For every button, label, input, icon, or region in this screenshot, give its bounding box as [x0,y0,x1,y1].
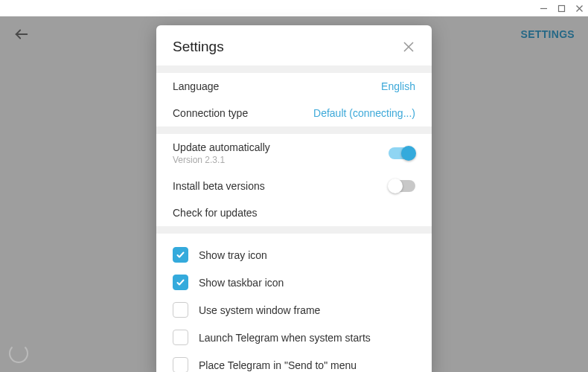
modal-title: Settings [173,39,224,55]
close-icon[interactable] [402,40,415,54]
svg-rect-1 [558,5,564,11]
taskbar-icon-row[interactable]: Show taskbar icon [156,269,432,296]
window-close-icon[interactable] [573,2,585,14]
taskbar-icon-label: Show taskbar icon [199,277,284,289]
window-frame-row[interactable]: Use system window frame [156,296,432,324]
tray-icon-checkbox[interactable] [173,247,188,263]
update-auto-row[interactable]: Update automatically Version 2.3.1 [156,134,432,173]
connection-value: Default (connecting...) [313,107,415,119]
sendto-label: Place Telegram in "Send to" menu [199,359,357,371]
version-text: Version 2.3.1 [173,155,270,165]
check-updates-row[interactable]: Check for updates [156,199,432,226]
beta-toggle[interactable] [389,180,415,192]
tray-icon-row[interactable]: Show tray icon [156,241,432,269]
checkbox-section: Show tray icon Show taskbar icon Use sys… [156,234,432,372]
sendto-row[interactable]: Place Telegram in "Send to" menu [156,351,432,372]
window-frame-label: Use system window frame [199,304,320,316]
update-auto-toggle[interactable] [389,147,415,159]
taskbar-icon-checkbox[interactable] [173,275,188,290]
maximize-icon[interactable] [555,2,567,14]
tray-icon-label: Show tray icon [199,249,267,261]
launch-startup-row[interactable]: Launch Telegram when system starts [156,324,432,351]
minimize-icon[interactable] [537,2,549,14]
launch-startup-label: Launch Telegram when system starts [199,332,371,344]
language-row[interactable]: Language English [156,73,432,100]
settings-modal: Settings Language English Connection typ… [156,25,432,372]
launch-startup-checkbox[interactable] [173,330,188,345]
beta-row[interactable]: Install beta versions [156,173,432,199]
connection-label: Connection type [173,107,248,119]
update-auto-label: Update automatically [173,141,270,153]
loading-spinner-icon [9,344,28,363]
beta-label: Install beta versions [173,180,265,192]
language-label: Language [173,80,219,92]
language-value: English [381,80,415,92]
sendto-checkbox[interactable] [173,357,188,372]
check-updates-label: Check for updates [173,207,258,219]
window-titlebar [0,0,588,16]
connection-row[interactable]: Connection type Default (connecting...) [156,100,432,126]
window-frame-checkbox[interactable] [173,302,188,318]
